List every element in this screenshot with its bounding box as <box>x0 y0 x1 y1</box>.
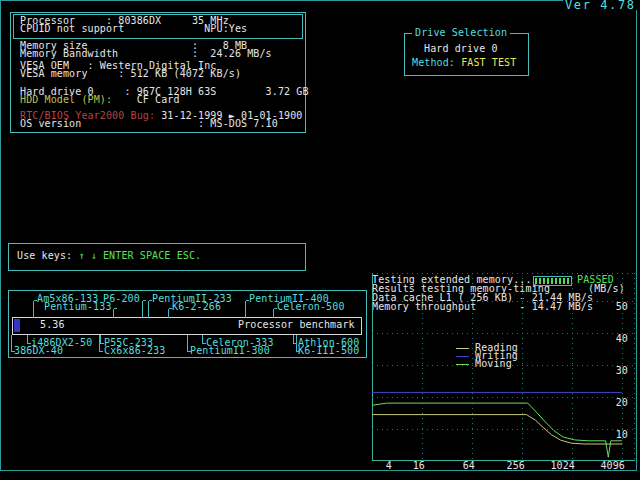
chart-gridline-h <box>372 333 634 334</box>
drive-selection-box <box>404 33 529 76</box>
chart-gridline-h <box>372 397 634 398</box>
benchmark-marker-label: K6-2-266 <box>172 303 221 311</box>
chart-x-tick-label: 16 <box>395 462 425 470</box>
chart-unit-label: (MB/s) <box>588 285 625 293</box>
use-keys-label: Use keys: <box>17 250 78 261</box>
chart-x-tick-label: 64 <box>445 462 475 470</box>
hdd-model-value: CF Card <box>112 94 180 105</box>
version-label: Ver 4.78 <box>563 0 638 10</box>
chart-y-tick-label: 30 <box>604 367 628 375</box>
benchmark-marker-label: Cx6x86-233 <box>104 347 165 355</box>
cpuid-line: CPUID not support NPU:Yes <box>20 25 247 33</box>
method-label: Method: <box>412 57 461 68</box>
memory-bandwidth-line: Memory Bandwidth : 24.26 MB/s <box>20 50 272 58</box>
chart-gridline-h <box>372 301 634 302</box>
chart-x-tick-label: 4096 <box>595 462 625 470</box>
chart-y-tick-label: 20 <box>604 399 628 407</box>
chart-y-tick-label: 10 <box>604 431 628 439</box>
legend-swatch-writing <box>456 356 469 357</box>
benchmark-marker-label: Pentium-133 <box>44 303 112 311</box>
hdd-model-line: HDD Model (PM): CF Card <box>20 96 180 104</box>
use-keys-line: Use keys: ↑ ↓ ENTER SPACE ESC. <box>17 252 201 260</box>
drive-selection-item[interactable]: Hard drive 0 <box>424 45 498 53</box>
chart-gridline-v <box>422 273 423 460</box>
chart-y-tick-label: 50 <box>604 303 628 311</box>
chart-gridline-h <box>372 429 634 430</box>
drive-selection-title: Drive Selection <box>412 29 510 37</box>
legend-swatch-reading <box>456 348 469 349</box>
memtest-throughput-line: Memory throughput - 14.47 MB/s <box>372 303 593 311</box>
vesa-memory-line: VESA memory : 512 KB (4072 KB/s) <box>20 70 241 78</box>
chart-x-tick-label: 256 <box>495 462 525 470</box>
chart-grid-right <box>634 273 635 460</box>
benchmark-marker-label: 386DX-40 <box>14 347 63 355</box>
chart-x-tick-label: 4 <box>362 462 392 470</box>
dos-speedsys-screen: Ver 4.78 Processor : 80386DX 35 MHz CPUI… <box>0 0 640 480</box>
hdd-model-label: HDD Model (PM): <box>20 94 112 105</box>
chart-gridline-v <box>472 273 473 460</box>
chart-y-tick-label: 40 <box>604 335 628 343</box>
chart-bottom-axis <box>372 460 635 461</box>
chart-gridline-v <box>622 273 623 460</box>
benchmark-value: 5.36 <box>40 321 65 329</box>
legend-swatch-moving <box>456 364 469 365</box>
os-version-line: OS version : MS-DOS 7.10 <box>20 120 278 128</box>
benchmark-bar-fill <box>14 319 20 332</box>
benchmark-marker-label: Celeron-500 <box>277 303 345 311</box>
benchmark-title: Processor benchmark <box>238 321 355 329</box>
drive-method-line: Method: FAST TEST <box>412 59 516 67</box>
benchmark-marker-label: K6-III-500 <box>298 347 359 355</box>
chart-grid-top <box>372 273 634 274</box>
method-value[interactable]: FAST TEST <box>461 57 516 68</box>
chart-gridline-v <box>572 273 573 460</box>
legend-label-moving: Moving <box>475 360 512 368</box>
use-keys-keys: ↑ ↓ ENTER SPACE ESC. <box>78 250 201 261</box>
chart-x-tick-label: 1024 <box>545 462 575 470</box>
benchmark-marker-label: PentiumII-300 <box>190 347 270 355</box>
chart-gridline-v <box>522 273 523 460</box>
